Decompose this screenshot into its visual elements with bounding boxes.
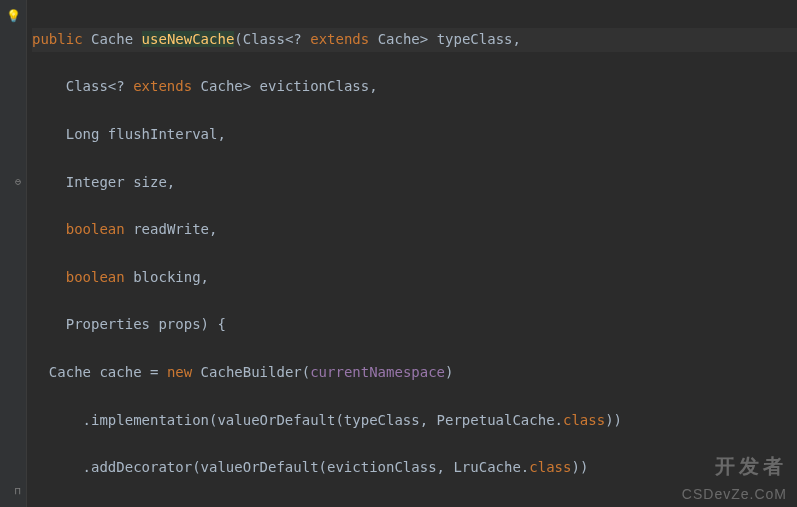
- keyword-public: public: [32, 31, 83, 47]
- fold-marker-icon[interactable]: ⊖: [15, 173, 21, 190]
- field-currentNamespace: currentNamespace: [310, 364, 445, 380]
- keyword-boolean2: boolean: [66, 269, 125, 285]
- call-addDecorator: .addDecorator(valueOrDefault(evictionCla…: [83, 459, 530, 475]
- code-area[interactable]: public Cache useNewCache(Class<? extends…: [0, 4, 797, 507]
- fold-end-icon[interactable]: ⊓: [15, 482, 21, 499]
- param-typeClass: Class<?: [243, 31, 310, 47]
- keyword-class: class: [563, 412, 605, 428]
- param-props: Properties props) {: [66, 316, 226, 332]
- param-typeClass-tail: Cache> typeClass,: [369, 31, 521, 47]
- gutter: 💡 ⊖ ⊓: [0, 0, 27, 507]
- keyword-extends: extends: [310, 31, 369, 47]
- param-evictionClass-tail: Cache> evictionClass,: [192, 78, 377, 94]
- cache-decl: Cache cache =: [49, 364, 167, 380]
- type: Cache: [91, 31, 133, 47]
- keyword-boolean: boolean: [66, 221, 125, 237]
- dparen2: )): [571, 459, 588, 475]
- intention-bulb-icon[interactable]: 💡: [6, 6, 21, 26]
- keyword-new: new: [167, 364, 192, 380]
- rparen: ): [445, 364, 453, 380]
- keyword-class2: class: [529, 459, 571, 475]
- code-editor[interactable]: 💡 ⊖ ⊓ public Cache useNewCache(Class<? e…: [0, 0, 797, 507]
- param-blocking: blocking,: [125, 269, 209, 285]
- call-implementation: .implementation(valueOrDefault(typeClass…: [83, 412, 563, 428]
- param-size: Integer size,: [66, 174, 176, 190]
- method-name: useNewCache: [142, 31, 235, 47]
- param-flushInterval: Long flushInterval,: [66, 126, 226, 142]
- keyword-extends2: extends: [133, 78, 192, 94]
- param-readWrite: readWrite,: [125, 221, 218, 237]
- cache-builder: CacheBuilder(: [192, 364, 310, 380]
- param-evictionClass: Class<?: [66, 78, 133, 94]
- dparen1: )): [605, 412, 622, 428]
